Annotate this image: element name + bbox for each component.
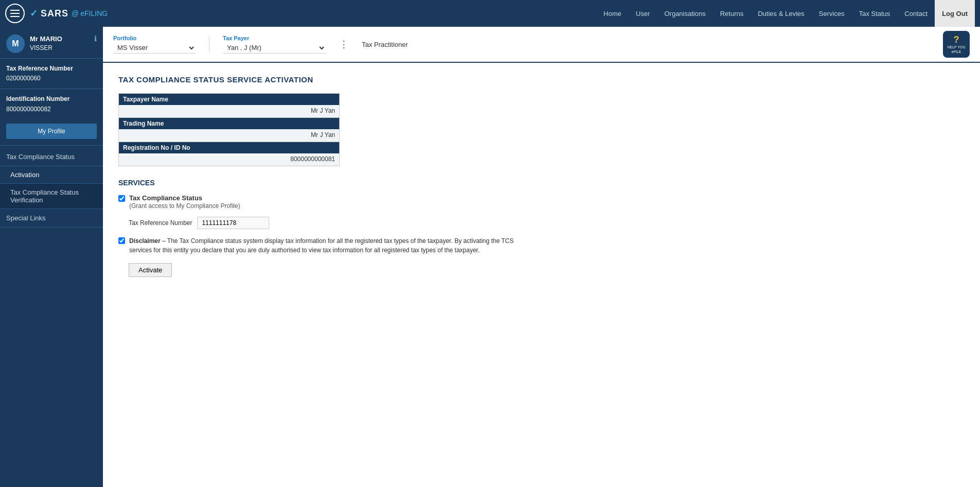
info-header-regid: Registration No / ID No (119, 142, 339, 153)
service-tcs-item: Tax Compliance Status (Grant access to M… (118, 194, 965, 210)
taxpayer-select-wrap: Yan , J (Mr) (223, 42, 326, 54)
efiling-logo: @ eFILING (72, 9, 108, 18)
sidebar-item-special-links[interactable]: Special Links (0, 209, 103, 228)
sars-logo: ✓ SARS (30, 8, 68, 19)
help-button[interactable]: ? HELP YOUeFILE (943, 31, 970, 58)
logout-button[interactable]: Log Out (935, 0, 975, 27)
taxpayer-select[interactable]: Yan , J (Mr) (223, 42, 326, 54)
activate-button[interactable]: Activate (129, 263, 172, 277)
sidebar-item-activation[interactable]: Activation (0, 166, 103, 184)
info-value-regid: 8000000000081 (119, 153, 339, 166)
service-tcs-name: Tax Compliance Status (129, 194, 202, 202)
service-tcs-desc: (Grant access to My Compliance Profile) (129, 202, 240, 210)
tax-ref-row-label: Tax Reference Number (129, 219, 192, 227)
sars-text: SARS (41, 8, 68, 19)
info-value-taxpayer: Mr J Yan (119, 105, 339, 118)
sidebar-item-tax-compliance-status[interactable]: Tax Compliance Status (0, 148, 103, 166)
taxpayer-group: Tax Payer Yan , J (Mr) (223, 35, 326, 54)
info-row-regid: Registration No / ID No 8000000000081 (119, 142, 339, 166)
portfolio-select[interactable]: MS Visser (113, 42, 196, 54)
help-text: HELP YOUeFILE (947, 45, 965, 54)
main-layout: M Mr MARIO VISSER ℹ Tax Reference Number… (0, 27, 980, 487)
disclaimer-bold: Disclaimer (129, 237, 161, 245)
page-content: TAX COMPLIANCE STATUS SERVICE ACTIVATION… (103, 63, 980, 487)
service-tcs-info: Tax Compliance Status (Grant access to M… (129, 194, 240, 210)
avatar: M (6, 34, 25, 53)
disclaimer-body: – The Tax Compliance status system displ… (129, 237, 514, 254)
portfolio-select-wrap: MS Visser (113, 42, 196, 54)
sidebar-item-tcs-verification[interactable]: Tax Compliance Status Verification (0, 184, 103, 209)
user-info: Mr MARIO VISSER (30, 34, 62, 53)
services-title: SERVICES (118, 179, 965, 187)
info-header-taxpayer: Taxpayer Name (119, 94, 339, 105)
info-value-trading: Mr J Yan (119, 129, 339, 142)
info-header-trading: Trading Name (119, 118, 339, 129)
sidebar-tax-ref: Tax Reference Number 0200000060 (0, 58, 103, 89)
disclaimer-row: Disclaimer – The Tax Compliance status s… (118, 236, 520, 255)
dots-menu-icon[interactable]: ⋮ (339, 39, 348, 50)
nav-tax-status[interactable]: Tax Status (852, 0, 898, 27)
nav-returns[interactable]: Returns (713, 0, 751, 27)
help-icon: ? (954, 34, 959, 45)
top-nav: ✓ SARS @ eFILING Home User Organisations… (0, 0, 980, 27)
user-title: Mr MARIO (30, 34, 62, 44)
info-row-taxpayer: Taxpayer Name Mr J Yan (119, 94, 339, 118)
taxpayer-label: Tax Payer (223, 35, 326, 41)
service-tcs-checkbox[interactable] (118, 195, 125, 202)
user-surname: VISSER (30, 44, 62, 53)
portfolio-label: Portfolio (113, 35, 196, 41)
page-title: TAX COMPLIANCE STATUS SERVICE ACTIVATION (118, 75, 965, 84)
content-area: Portfolio MS Visser Tax Payer Yan , J (M… (103, 27, 980, 487)
info-row-trading: Trading Name Mr J Yan (119, 118, 339, 142)
disclaimer-checkbox[interactable] (118, 237, 125, 244)
tax-practitioner-label: Tax Practitioner (362, 41, 408, 48)
info-icon[interactable]: ℹ (94, 34, 97, 43)
nav-services[interactable]: Services (812, 0, 852, 27)
sidebar: M Mr MARIO VISSER ℹ Tax Reference Number… (0, 27, 103, 487)
sidebar-user: M Mr MARIO VISSER ℹ (0, 27, 103, 58)
nav-links: Home User Organisations Returns Duties &… (597, 0, 935, 27)
sidebar-id-number: Identification Number 8000000000082 (0, 89, 103, 119)
nav-duties-levies[interactable]: Duties & Levies (750, 0, 811, 27)
nav-organisations[interactable]: Organisations (657, 0, 713, 27)
nav-home[interactable]: Home (597, 0, 629, 27)
nav-user[interactable]: User (628, 0, 657, 27)
nav-contact[interactable]: Contact (897, 0, 935, 27)
my-profile-button[interactable]: My Profile (6, 124, 97, 139)
toolbar: Portfolio MS Visser Tax Payer Yan , J (M… (103, 27, 980, 63)
sars-check-icon: ✓ (30, 8, 38, 19)
portfolio-group: Portfolio MS Visser (113, 35, 196, 54)
toolbar-divider (209, 37, 209, 52)
tax-ref-input[interactable] (197, 217, 269, 229)
tax-ref-row: Tax Reference Number (129, 217, 965, 229)
hamburger-button[interactable] (5, 4, 25, 23)
info-table: Taxpayer Name Mr J Yan Trading Name Mr J… (118, 93, 340, 166)
disclaimer-text: Disclaimer – The Tax Compliance status s… (129, 236, 520, 255)
